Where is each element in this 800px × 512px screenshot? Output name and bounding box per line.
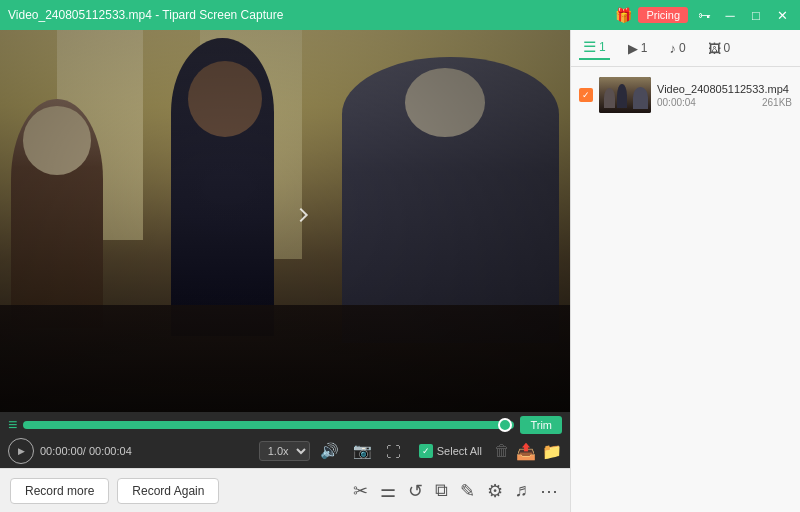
playback-row: ▶ 00:00:00/ 00:00:04 0.5x 1.0x 1.5x 2.0x… [8, 438, 562, 464]
audio-button[interactable]: ♬ [513, 478, 531, 503]
equalizer-button[interactable]: ⚌ [378, 478, 398, 504]
export-button[interactable]: 📤 [516, 442, 536, 461]
select-all-checkbox[interactable]: ✓ [419, 444, 433, 458]
file-duration: 00:00:04 [657, 97, 696, 108]
file-name: Video_240805112533.mp4 [657, 83, 792, 95]
video-scene [0, 30, 570, 412]
file-size: 261KB [762, 97, 792, 108]
app-title: Video_240805112533.mp4 - Tipard Screen C… [8, 8, 615, 22]
video-tab-icon: ☰ [583, 38, 596, 56]
select-all-label[interactable]: Select All [437, 445, 482, 457]
record-more-button[interactable]: Record more [10, 478, 109, 504]
cut-button[interactable]: ✂ [351, 478, 370, 504]
action-bar: Record more Record Again ✂ ⚌ ↺ ⧉ ✎ ⚙ ♬ ⋯ [0, 468, 570, 512]
file-info: Video_240805112533.mp4 00:00:04 261KB [657, 83, 792, 108]
file-list: ✓ Video_240805112533.mp4 00:00:04 261KB [571, 67, 800, 512]
video-area [0, 30, 570, 412]
play-button[interactable]: ▶ [8, 438, 34, 464]
edit-button[interactable]: ✎ [458, 478, 477, 504]
controls-bar: ≡ Trim ▶ 00:00:00/ 00:00:04 0.5x 1.0x 1.… [0, 412, 570, 468]
image-tab-count: 0 [724, 41, 731, 55]
tab-image[interactable]: 🖼 0 [704, 39, 735, 58]
tab-audio[interactable]: ♪ 0 [665, 39, 689, 58]
speed-select[interactable]: 0.5x 1.0x 1.5x 2.0x [259, 441, 310, 461]
maximize-button[interactable]: □ [746, 5, 766, 25]
folder-button[interactable]: 📁 [542, 442, 562, 461]
delete-right-button[interactable]: 🗑 [494, 442, 510, 460]
key-button[interactable]: 🗝 [694, 5, 714, 25]
tab-play[interactable]: ▶ 1 [624, 39, 652, 58]
file-thumbnail [599, 77, 651, 113]
titlebar: Video_240805112533.mp4 - Tipard Screen C… [0, 0, 800, 30]
merge-button[interactable]: ⧉ [433, 478, 450, 503]
tab-video[interactable]: ☰ 1 [579, 36, 610, 60]
audio-tab-count: 0 [679, 41, 686, 55]
record-again-button[interactable]: Record Again [117, 478, 219, 504]
timeline-icon: ≡ [8, 416, 17, 434]
timeline-area: ≡ Trim [8, 416, 562, 434]
audio-tab-icon: ♪ [669, 41, 676, 56]
tab-bar: ☰ 1 ▶ 1 ♪ 0 🖼 0 [571, 30, 800, 67]
rotate-button[interactable]: ↺ [406, 478, 425, 504]
play-tab-icon: ▶ [628, 41, 638, 56]
video-tab-count: 1 [599, 40, 606, 54]
main-container: ≡ Trim ▶ 00:00:00/ 00:00:04 0.5x 1.0x 1.… [0, 30, 800, 512]
fullscreen-button[interactable]: ⛶ [382, 441, 405, 462]
screenshot-button[interactable]: 📷 [349, 440, 376, 462]
timeline-track[interactable] [23, 421, 514, 429]
tune-button[interactable]: ⚙ [485, 478, 505, 504]
time-display: 00:00:00/ 00:00:04 [40, 445, 132, 457]
volume-button[interactable]: 🔊 [316, 440, 343, 462]
close-button[interactable]: ✕ [772, 5, 792, 25]
play-tab-count: 1 [641, 41, 648, 55]
list-item[interactable]: ✓ Video_240805112533.mp4 00:00:04 261KB [575, 71, 796, 119]
minimize-button[interactable]: ─ [720, 5, 740, 25]
right-panel: ☰ 1 ▶ 1 ♪ 0 🖼 0 ✓ [570, 30, 800, 512]
gift-icon: 🎁 [615, 7, 632, 23]
trim-button[interactable]: Trim [520, 416, 562, 434]
select-all-area[interactable]: ✓ Select All [419, 444, 482, 458]
more-button[interactable]: ⋯ [538, 478, 560, 504]
pricing-button[interactable]: Pricing [638, 7, 688, 23]
file-checkbox[interactable]: ✓ [579, 88, 593, 102]
left-panel: ≡ Trim ▶ 00:00:00/ 00:00:04 0.5x 1.0x 1.… [0, 30, 570, 512]
titlebar-controls: 🎁 Pricing 🗝 ─ □ ✕ [615, 5, 792, 25]
image-tab-icon: 🖼 [708, 41, 721, 56]
